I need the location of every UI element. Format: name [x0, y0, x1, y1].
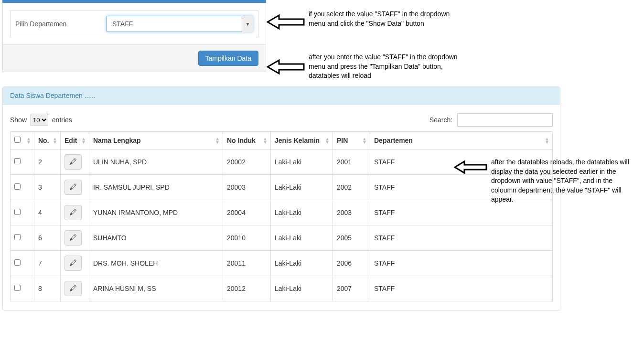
edit-button[interactable] — [64, 281, 82, 296]
cell-pin: 2006 — [333, 251, 370, 276]
row-checkbox[interactable] — [14, 259, 21, 266]
svg-marker-0 — [268, 15, 304, 29]
svg-marker-2 — [455, 161, 486, 173]
sort-icon: ▲▼ — [362, 137, 367, 144]
cell-induk: 20010 — [223, 225, 271, 251]
cell-pin: 2003 — [333, 200, 370, 225]
sort-icon: ▲▼ — [325, 137, 330, 144]
edit-button[interactable] — [64, 230, 82, 246]
col-header-nama[interactable]: Nama Lengkap▲▼ — [89, 132, 223, 150]
col-header-edit[interactable]: Edit▲▼ — [61, 132, 89, 150]
edit-button[interactable] — [64, 256, 82, 271]
pencil-icon — [70, 285, 76, 293]
cell-no: 3 — [34, 175, 61, 200]
cell-induk: 20011 — [223, 251, 271, 276]
cell-pin: 2001 — [333, 150, 370, 175]
pencil-icon — [70, 158, 76, 166]
col-header-dept[interactable]: Departemen▲▼ — [370, 132, 553, 150]
annotation-3: after the datatables reloads, the datata… — [491, 158, 639, 204]
cell-no: 2 — [34, 150, 61, 175]
cell-jk: Laki-Laki — [271, 225, 333, 251]
table-row: 3IR. SAMSUL JUPRI, SPD20003Laki-Laki2002… — [11, 175, 553, 200]
col-header-jk[interactable]: Jenis Kelamin▲▼ — [271, 132, 333, 150]
row-checkbox[interactable] — [14, 285, 21, 291]
length-label-pre: Show — [10, 116, 27, 124]
search-input[interactable] — [457, 113, 553, 127]
show-data-button[interactable]: Tampilkan Data — [198, 51, 259, 66]
cell-nama: YUNAN IRMANTONO, MPD — [89, 200, 223, 225]
row-checkbox[interactable] — [14, 158, 21, 164]
pencil-icon — [70, 234, 76, 242]
length-label-post: entries — [52, 116, 72, 124]
filter-label: Pilih Departemen — [15, 20, 106, 28]
cell-induk: 20002 — [223, 150, 271, 175]
cell-jk: Laki-Laki — [271, 150, 333, 175]
sort-icon: ▲▼ — [81, 137, 86, 144]
panel-title: Data Siswa Departemen ...... — [3, 87, 560, 105]
col-header-pin[interactable]: PIN▲▼ — [333, 132, 370, 150]
sort-icon: ▲▼ — [545, 137, 549, 144]
sort-icon: ▲▼ — [26, 137, 31, 144]
col-header-check[interactable]: ▲▼ — [11, 132, 34, 150]
table-row: 6SUHAMTO20010Laki-Laki2005STAFF — [11, 225, 553, 251]
cell-nama: ARINA HUSNI M, SS — [89, 276, 223, 301]
table-row: 8ARINA HUSNI M, SS20012Laki-Laki2007STAF… — [11, 276, 553, 301]
annotation-1: if you select the value "STAFF" in the d… — [309, 10, 457, 28]
annotation-2: after you enter the value "STAFF" in the… — [309, 53, 471, 81]
pencil-icon — [70, 183, 76, 192]
sort-icon: ▲▼ — [53, 137, 57, 144]
length-control: Show 10 entries — [10, 114, 72, 126]
cell-no: 8 — [34, 276, 61, 301]
cell-induk: 20012 — [223, 276, 271, 301]
row-checkbox[interactable] — [14, 234, 21, 240]
cell-pin: 2005 — [333, 225, 370, 251]
cell-nama: IR. SAMSUL JUPRI, SPD — [89, 175, 223, 200]
cell-dept: STAFF — [370, 276, 553, 301]
edit-button[interactable] — [64, 180, 82, 195]
cell-no: 7 — [34, 251, 61, 276]
sort-icon: ▲▼ — [215, 137, 220, 144]
table-row: 7DRS. MOH. SHOLEH20011Laki-Laki2006STAFF — [11, 251, 553, 276]
arrow-left-icon — [267, 13, 305, 31]
edit-button[interactable] — [64, 154, 82, 170]
col-header-no[interactable]: No.▲▼ — [34, 132, 61, 150]
cell-jk: Laki-Laki — [271, 175, 333, 200]
search-control: Search: — [429, 113, 553, 127]
row-checkbox[interactable] — [14, 209, 21, 215]
cell-no: 4 — [34, 200, 61, 225]
cell-dept: STAFF — [370, 225, 553, 251]
cell-no: 6 — [34, 225, 61, 251]
pencil-icon — [70, 259, 76, 268]
cell-pin: 2007 — [333, 276, 370, 301]
arrow-left-icon — [454, 160, 487, 174]
department-select[interactable] — [106, 16, 253, 32]
cell-dept: STAFF — [370, 251, 553, 276]
filter-panel: Pilih Departemen ▼ Tampilkan Data — [2, 3, 266, 72]
length-select[interactable]: 10 — [31, 114, 48, 126]
data-table: ▲▼ No.▲▼ Edit▲▼ Nama Lengkap▲▼ No Induk▲… — [10, 131, 553, 301]
svg-marker-1 — [268, 60, 304, 74]
cell-induk: 20004 — [223, 200, 271, 225]
arrow-left-icon — [267, 58, 305, 75]
data-panel: Data Siswa Departemen ...... Show 10 ent… — [2, 86, 560, 310]
pencil-icon — [70, 209, 76, 217]
cell-jk: Laki-Laki — [271, 251, 333, 276]
cell-jk: Laki-Laki — [271, 276, 333, 301]
cell-nama: ULIN NUHA, SPD — [89, 150, 223, 175]
cell-nama: SUHAMTO — [89, 225, 223, 251]
col-header-induk[interactable]: No Induk▲▼ — [223, 132, 271, 150]
cell-pin: 2002 — [333, 175, 370, 200]
edit-button[interactable] — [64, 205, 82, 220]
table-row: 4YUNAN IRMANTONO, MPD20004Laki-Laki2003S… — [11, 200, 553, 225]
search-label: Search: — [429, 116, 452, 124]
cell-jk: Laki-Laki — [271, 200, 333, 225]
cell-nama: DRS. MOH. SHOLEH — [89, 251, 223, 276]
sort-icon: ▲▼ — [263, 137, 268, 144]
cell-induk: 20003 — [223, 175, 271, 200]
row-checkbox[interactable] — [14, 183, 21, 190]
select-all-checkbox[interactable] — [14, 137, 21, 143]
